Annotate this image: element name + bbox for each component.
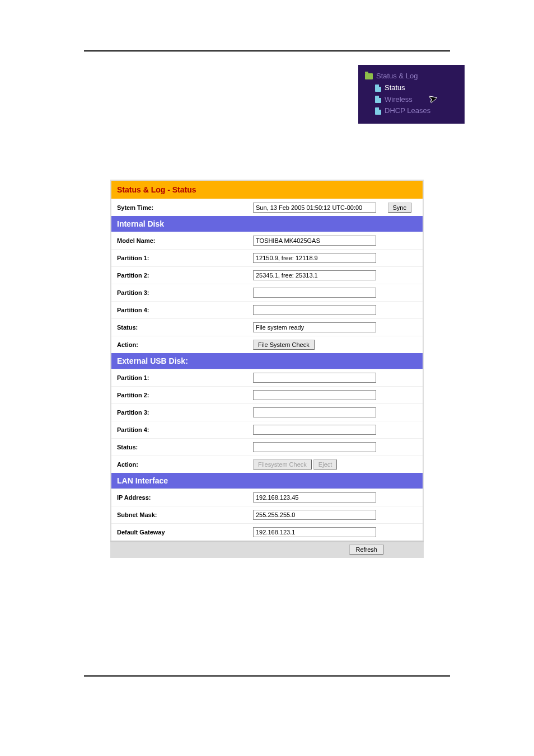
internal-action-label: Action: — [111, 336, 251, 354]
internal-disk-header: Internal Disk — [111, 216, 423, 232]
lan-interface-header: LAN Interface — [111, 473, 423, 489]
external-p1-label: Partition 1: — [111, 369, 251, 387]
folder-icon — [365, 73, 373, 79]
refresh-row: Refresh — [111, 542, 423, 558]
nav-item-wireless[interactable]: Wireless — [375, 94, 460, 106]
page-icon — [375, 84, 381, 92]
external-p1-value — [253, 373, 376, 383]
nav-item-label: Status — [385, 82, 405, 94]
nav-panel: Status & Log Status Wireless DHCP Leases… — [358, 65, 465, 124]
model-name-value — [253, 236, 376, 246]
system-time-label: Sytem Time: — [111, 199, 251, 217]
external-p2-label: Partition 2: — [111, 387, 251, 404]
external-p4-value — [253, 425, 376, 435]
bottom-divider — [84, 675, 450, 677]
external-p4-label: Partition 4: — [111, 421, 251, 439]
external-p3-value — [253, 407, 376, 417]
ip-address-value — [253, 492, 376, 503]
file-system-check-button[interactable]: File System Check — [253, 340, 315, 350]
external-action-label: Action: — [111, 456, 251, 473]
internal-p2-label: Partition 2: — [111, 267, 251, 284]
sync-button[interactable]: Sync — [388, 203, 411, 213]
external-disk-header: External USB Disk: — [111, 353, 423, 369]
nav-item-dhcp-leases[interactable]: DHCP Leases — [375, 105, 460, 117]
external-p2-value — [253, 390, 376, 400]
external-status-value — [253, 442, 376, 452]
subnet-mask-label: Subnet Mask: — [111, 506, 251, 524]
internal-status-label: Status: — [111, 319, 251, 336]
external-p3-label: Partition 3: — [111, 404, 251, 421]
nav-root-label: Status & Log — [376, 71, 418, 82]
internal-p1-value — [253, 253, 376, 263]
nav-item-label: Wireless — [385, 94, 413, 106]
nav-item-label: DHCP Leases — [385, 105, 430, 117]
refresh-button[interactable]: Refresh — [349, 544, 383, 555]
page-icon — [375, 96, 381, 103]
external-filesystem-check-button: Filesystem Check — [253, 459, 312, 469]
eject-button: Eject — [313, 459, 337, 469]
model-name-label: Model Name: — [111, 232, 251, 250]
internal-p2-value — [253, 270, 376, 280]
page-icon — [375, 107, 381, 115]
internal-p3-value — [253, 288, 376, 298]
internal-status-value — [253, 322, 376, 332]
internal-p4-value — [253, 305, 376, 315]
panel-title: Status & Log - Status — [111, 180, 423, 199]
internal-p4-label: Partition 4: — [111, 302, 251, 319]
internal-p1-label: Partition 1: — [111, 250, 251, 267]
subnet-mask-value — [253, 510, 376, 520]
default-gateway-label: Default Gateway — [111, 524, 251, 542]
status-table: Status & Log - Status Sytem Time: Sync I… — [110, 180, 424, 558]
ip-address-label: IP Address: — [111, 489, 251, 506]
internal-p3-label: Partition 3: — [111, 284, 251, 302]
nav-item-status[interactable]: Status — [375, 82, 460, 94]
external-status-label: Status: — [111, 439, 251, 456]
system-time-value — [253, 203, 376, 213]
top-divider — [84, 50, 450, 51]
default-gateway-value — [253, 527, 376, 537]
nav-root-status-log[interactable]: Status & Log — [365, 71, 460, 82]
